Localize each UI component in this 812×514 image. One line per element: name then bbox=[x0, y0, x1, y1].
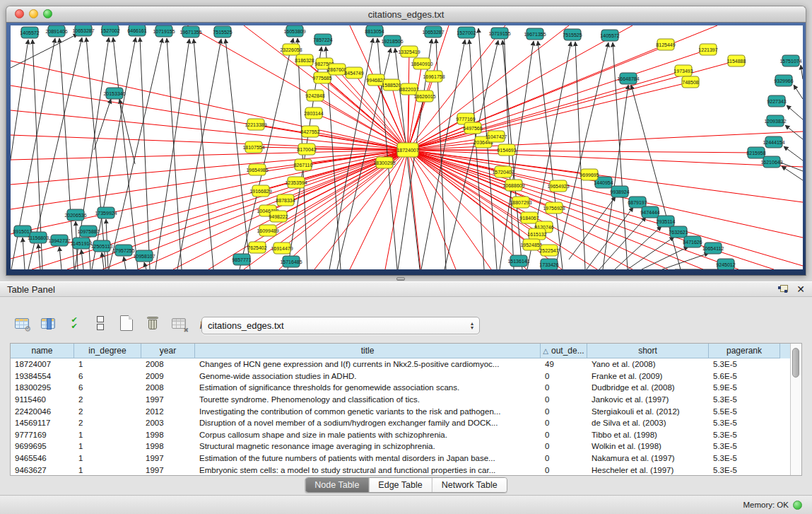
graph-canvas[interactable]: 1405572208914061065328715270026466161107… bbox=[11, 25, 803, 269]
graph-node[interactable]: 16961758 bbox=[423, 71, 445, 82]
graph-node[interactable]: 12213389 bbox=[245, 119, 266, 130]
graph-node[interactable]: 13942737 bbox=[48, 235, 70, 246]
graph-node[interactable]: 1154888 bbox=[727, 55, 746, 66]
graph-node[interactable]: 9938924 bbox=[610, 186, 629, 197]
graph-node[interactable]: 1973493 bbox=[673, 65, 693, 76]
graph-node[interactable]: 1588520 bbox=[382, 79, 401, 90]
close-panel-icon[interactable]: ✕ bbox=[796, 284, 805, 294]
select-all-columns-icon[interactable]: ✔✔ bbox=[65, 314, 83, 332]
delete-table-icon[interactable] bbox=[143, 314, 162, 332]
graph-node[interactable]: 7515525 bbox=[213, 26, 232, 37]
graph-node[interactable]: 18300295 bbox=[373, 157, 395, 168]
zoom-window-button[interactable] bbox=[43, 9, 52, 18]
table-row[interactable]: 1938455462009Genome-wide association stu… bbox=[11, 370, 790, 382]
column-header-out_de[interactable]: △out_de... bbox=[541, 344, 587, 358]
graph-node[interactable]: 18626015 bbox=[413, 90, 435, 102]
graph-node[interactable]: 10719155 bbox=[488, 28, 510, 39]
graph-node[interactable]: 17957255 bbox=[112, 245, 134, 256]
graph-node[interactable]: 7515525 bbox=[563, 29, 582, 40]
graph-node[interactable]: 20891406 bbox=[45, 25, 67, 37]
new-table-icon[interactable] bbox=[117, 314, 136, 332]
column-header-in_degree[interactable]: in_degree bbox=[74, 344, 141, 358]
graph-node[interactable]: 15751074 bbox=[779, 55, 801, 66]
graph-node[interactable]: 8186328 bbox=[295, 54, 314, 66]
table-row[interactable]: 946362711997Embryonic stem cells: a mode… bbox=[11, 464, 790, 475]
graph-node[interactable]: 6466161 bbox=[127, 25, 146, 36]
show-columns-icon[interactable] bbox=[39, 314, 57, 332]
graph-node[interactable]: 20206536 bbox=[64, 209, 86, 221]
column-header-pagerank[interactable]: pagerank bbox=[709, 344, 780, 358]
graph-node[interactable]: 8267110 bbox=[294, 159, 313, 170]
graph-node[interactable]: 10719155 bbox=[153, 25, 175, 37]
table-row[interactable]: 1872400712008Changes of HCN gene express… bbox=[11, 358, 790, 370]
graph-node[interactable]: 7857224 bbox=[313, 34, 332, 45]
column-header-year[interactable]: year bbox=[141, 344, 195, 358]
destroy-table-icon[interactable]: ✖ bbox=[170, 314, 188, 332]
graph-node[interactable]: 9474444 bbox=[640, 206, 659, 218]
graph-node[interactable]: 8215958 bbox=[746, 147, 765, 158]
column-header-title[interactable]: title bbox=[195, 344, 541, 358]
table-row[interactable]: 1830029562008Estimation of significance … bbox=[11, 382, 790, 394]
table-settings-icon[interactable]: ⚙ bbox=[13, 314, 31, 332]
close-window-button[interactable] bbox=[15, 9, 24, 18]
graph-node[interactable]: 9227343 bbox=[767, 95, 786, 107]
graph-node[interactable]: 23226058 bbox=[280, 44, 302, 55]
graph-node[interactable]: 8427552 bbox=[300, 126, 319, 137]
graph-node[interactable]: 9245012 bbox=[716, 259, 735, 269]
table-row[interactable]: 977716911998Corpus callosum shape and si… bbox=[11, 429, 790, 441]
tab-node-table[interactable]: Node Table bbox=[305, 478, 369, 492]
graph-node[interactable]: 9329966 bbox=[774, 75, 793, 86]
graph-node[interactable]: 8471626 bbox=[683, 236, 702, 247]
window-titlebar[interactable]: citations_edges.txt bbox=[6, 6, 806, 23]
graph-node[interactable]: 7625402 bbox=[247, 242, 266, 253]
graph-node[interactable]: 18640910 bbox=[411, 58, 433, 69]
column-header-short[interactable]: short bbox=[587, 344, 709, 358]
graph-node[interactable]: 10975887 bbox=[77, 226, 99, 237]
float-panel-icon[interactable] bbox=[778, 285, 788, 293]
graph-node[interactable]: 8878334 bbox=[276, 194, 295, 206]
graph-node[interactable]: 16914479 bbox=[271, 243, 293, 254]
graph-node[interactable]: 10654112 bbox=[702, 243, 724, 254]
scrollbar-thumb[interactable] bbox=[792, 348, 799, 378]
graph-node[interactable]: 19756928 bbox=[543, 202, 565, 214]
table-row[interactable]: 2242004622012Investigating the contribut… bbox=[11, 405, 790, 417]
table-vertical-scrollbar[interactable] bbox=[790, 344, 801, 475]
graph-node[interactable]: 12093832 bbox=[764, 115, 786, 127]
graph-node[interactable]: 9498222 bbox=[269, 211, 288, 222]
graph-node[interactable]: 9154693 bbox=[497, 144, 516, 156]
graph-node[interactable]: 18724007 bbox=[396, 143, 418, 157]
graph-node[interactable]: 12505113 bbox=[91, 240, 113, 252]
graph-node[interactable]: 11451914 bbox=[71, 238, 93, 249]
graph-node[interactable]: 9184067 bbox=[519, 212, 539, 223]
table-row[interactable]: 911546021997Tourette syndrome. Phenomeno… bbox=[11, 394, 790, 406]
graph-node[interactable]: 9242848 bbox=[305, 90, 324, 101]
table-sheet-selector[interactable]: citations_edges.txt ▴▾ bbox=[201, 317, 480, 334]
graph-node[interactable]: 10958107 bbox=[133, 250, 155, 262]
graph-node[interactable]: 16648784 bbox=[617, 73, 639, 84]
graph-node[interactable]: 16053809 bbox=[283, 25, 305, 37]
graph-node[interactable]: 10653287 bbox=[72, 25, 94, 36]
graph-node[interactable]: 15136141 bbox=[507, 255, 529, 267]
graph-node[interactable]: 9857771 bbox=[232, 254, 251, 265]
graph-node[interactable]: 18107554 bbox=[242, 141, 264, 153]
graph-node[interactable]: 11156803 bbox=[28, 232, 49, 243]
graph-node[interactable]: 2935114 bbox=[657, 216, 676, 227]
graph-node[interactable]: 11047427 bbox=[486, 131, 507, 142]
graph-node[interactable]: 2522547 bbox=[539, 245, 558, 256]
graph-node[interactable]: 2803144 bbox=[304, 107, 323, 119]
graph-node[interactable]: 20153346 bbox=[103, 88, 125, 99]
graph-node[interactable]: 1405572 bbox=[20, 27, 39, 38]
memory-status-indicator[interactable] bbox=[793, 501, 802, 510]
graph-node[interactable]: 16210643 bbox=[760, 156, 782, 168]
graph-node[interactable]: 10688609 bbox=[502, 180, 524, 191]
graph-node[interactable]: 18807293 bbox=[510, 197, 531, 208]
graph-node[interactable]: 17359924 bbox=[95, 207, 117, 218]
graph-node[interactable]: 8170043 bbox=[297, 144, 316, 155]
graph-node[interactable]: 12444154 bbox=[763, 136, 784, 148]
row-selector-icon[interactable] bbox=[91, 314, 110, 332]
graph-node[interactable]: 7632621 bbox=[669, 226, 688, 238]
table-row[interactable]: 946554611997Estimation of the future num… bbox=[11, 452, 790, 465]
graph-node[interactable]: 6497568 bbox=[463, 122, 482, 134]
graph-node[interactable]: 9699695 bbox=[579, 169, 599, 180]
graph-node[interactable]: 19671355 bbox=[524, 28, 546, 40]
